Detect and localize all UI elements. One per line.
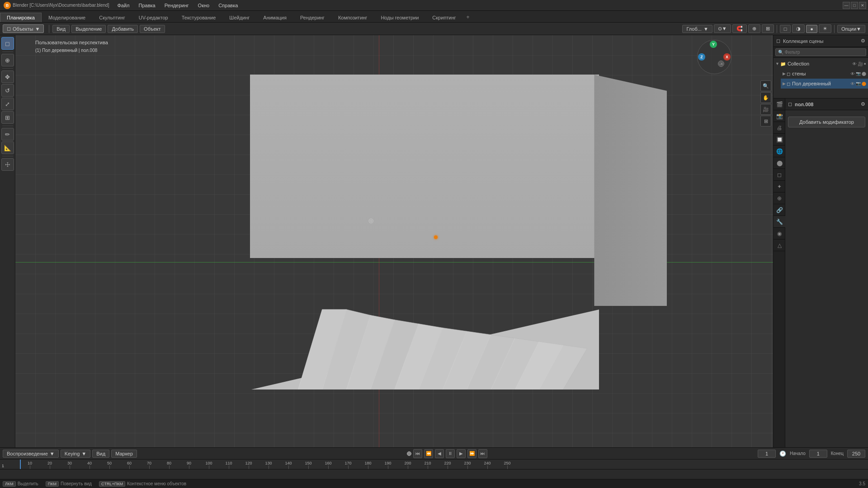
visibility-render-walls[interactable]: ⬤ xyxy=(862,71,866,76)
navigation-gizmo[interactable]: X Y Z -X xyxy=(696,39,732,75)
play-btn[interactable]: ▶ xyxy=(457,449,466,458)
viewport-shading-solid[interactable]: ◑ xyxy=(792,24,805,33)
tab-rendering[interactable]: Рендеринг xyxy=(293,13,331,22)
menu-edit[interactable]: Правка xyxy=(134,0,160,10)
add-modifier-button[interactable]: Добавить модификатор xyxy=(788,117,865,127)
grid-btn[interactable]: ⊞ xyxy=(760,116,771,127)
viewport-shading-render[interactable]: ☀ xyxy=(819,24,831,33)
options-dropdown[interactable]: Опции▼ xyxy=(837,25,865,33)
stop-btn[interactable]: ⏸ xyxy=(446,449,455,458)
gizmo-x-axis[interactable]: X xyxy=(723,53,731,61)
props-tab-object[interactable]: ◻ xyxy=(774,169,785,181)
global-local-toggle[interactable]: Глоб... ▼ xyxy=(682,25,712,33)
add-menu[interactable]: Добавить xyxy=(108,25,138,33)
visibility-camera-walls[interactable]: 📷 xyxy=(856,71,861,76)
rotate-tool[interactable]: ↺ xyxy=(1,84,14,97)
props-tab-materials[interactable]: ◉ xyxy=(774,228,785,239)
marker-menu[interactable]: Маркер xyxy=(111,450,137,458)
playback-menu[interactable]: Воспроизведение ▼ xyxy=(3,450,59,458)
cursor-tool[interactable]: ⊕ xyxy=(1,54,14,66)
menu-help[interactable]: Справка xyxy=(214,0,242,10)
pivot-dropdown[interactable]: ⊙▼ xyxy=(714,24,731,33)
gizmo-neg-x[interactable]: -X xyxy=(718,61,724,67)
object-menu[interactable]: Объект xyxy=(140,25,165,33)
visibility-camera-collection[interactable]: 🎥 xyxy=(858,61,863,66)
proportional-edit[interactable]: ⊕ xyxy=(748,24,760,33)
props-tab-data[interactable]: △ xyxy=(774,239,785,251)
keying-menu[interactable]: Keying ▼ xyxy=(61,450,91,458)
tab-scripting[interactable]: Скриптинг xyxy=(425,13,462,22)
props-tab-physics[interactable]: ⊕ xyxy=(774,192,785,204)
tab-shading[interactable]: Шейдинг xyxy=(222,13,256,22)
tab-compositing[interactable]: Композитинг xyxy=(331,13,374,22)
visibility-eye-collection[interactable]: 👁 xyxy=(852,61,857,66)
scale-tool[interactable]: ⤢ xyxy=(1,98,14,110)
fly-mode-btn[interactable]: ✋ xyxy=(760,92,771,103)
props-tab-render[interactable]: 📸 xyxy=(774,110,785,122)
view-menu[interactable]: Вид xyxy=(52,25,70,33)
viewport-shading-wire[interactable]: □ xyxy=(780,25,791,33)
props-tab-modifiers[interactable]: 🔧 xyxy=(774,216,785,228)
menu-render[interactable]: Рендеринг xyxy=(160,0,193,10)
transform-tool[interactable]: ⊞ xyxy=(1,111,14,124)
menu-file[interactable]: Файл xyxy=(113,0,134,10)
mode-dropdown[interactable]: ◻ Объекты ▼ xyxy=(3,24,44,33)
step-back-btn[interactable]: ⏪ xyxy=(424,449,433,458)
measure-tool[interactable]: 📐 xyxy=(1,141,14,154)
props-tab-scene2[interactable]: 🌐 xyxy=(774,145,785,157)
tree-item-walls[interactable]: ▶ ◻ стены 👁 📷 ⬤ xyxy=(781,69,868,79)
timeline-track[interactable] xyxy=(0,469,868,479)
outliner-options-icon[interactable]: ⚙ xyxy=(861,38,865,44)
maximize-button[interactable]: □ xyxy=(851,2,858,9)
visibility-camera-floor[interactable]: 📷 xyxy=(856,81,861,86)
tab-uv[interactable]: UV-редактор xyxy=(132,13,175,22)
show-gizmo[interactable]: ⊞ xyxy=(762,24,774,33)
menu-window[interactable]: Окно xyxy=(193,0,214,10)
props-tab-particles[interactable]: ✦ xyxy=(774,181,785,192)
visibility-eye-walls[interactable]: 👁 xyxy=(850,71,855,76)
tab-geo-nodes[interactable]: Ноды геометрии xyxy=(374,13,425,22)
zoom-in-btn[interactable]: 🔍 xyxy=(760,80,771,91)
outliner-search-input[interactable] xyxy=(775,48,866,56)
tab-modeling[interactable]: Моделирование xyxy=(42,13,92,22)
gizmo-y-axis[interactable]: Y xyxy=(710,41,717,48)
timeline-playhead[interactable] xyxy=(20,460,21,469)
visibility-render-floor[interactable]: ⬤ xyxy=(862,81,866,86)
tab-sculpting[interactable]: Скульптинг xyxy=(92,13,132,22)
gizmo-z-axis[interactable]: Z xyxy=(698,53,705,61)
move-tool[interactable]: ✥ xyxy=(1,70,14,83)
select-box-tool[interactable]: ◻ xyxy=(1,37,14,50)
view-menu-tl[interactable]: Вид xyxy=(92,450,109,458)
annotate-tool[interactable]: ✏ xyxy=(1,128,14,141)
select-menu[interactable]: Выделение xyxy=(71,25,106,33)
props-tab-view-layer[interactable]: 🔲 xyxy=(774,134,785,145)
viewport-shading-material[interactable]: ● xyxy=(806,25,817,33)
tab-animation[interactable]: Анимация xyxy=(256,13,293,22)
tab-texture[interactable]: Текстурование xyxy=(175,13,223,22)
add-workspace-button[interactable]: + xyxy=(463,12,473,22)
play-reverse-btn[interactable]: ◀ xyxy=(435,449,444,458)
3d-viewport[interactable]: Пользовательская перспектива (1) Пол дер… xyxy=(15,35,773,447)
visibility-render-collection[interactable]: ● xyxy=(864,61,866,66)
camera-btn[interactable]: 🎥 xyxy=(760,104,771,115)
props-tab-scene[interactable]: 🎬 xyxy=(774,99,785,110)
snap-toggle[interactable]: 🧲 xyxy=(732,24,747,33)
add-object-tool[interactable]: ☩ xyxy=(1,158,14,171)
props-tab-output[interactable]: 🖨 xyxy=(774,122,785,134)
tree-item-floor[interactable]: ▶ ◻ Пол деревянный 👁 📷 ⬤ xyxy=(781,79,868,89)
current-frame-input[interactable] xyxy=(758,450,776,458)
jump-to-start-btn[interactable]: ⏮ xyxy=(413,449,422,458)
tab-layout[interactable]: Планировка xyxy=(0,13,42,22)
jump-to-end-btn[interactable]: ⏭ xyxy=(478,449,487,458)
props-options-icon[interactable]: ⚙ xyxy=(861,101,865,107)
props-tab-constraints[interactable]: 🔗 xyxy=(774,204,785,216)
step-forward-btn[interactable]: ⏩ xyxy=(467,449,476,458)
tree-item-collection[interactable]: ▼ 📁 Collection 👁 🎥 ● xyxy=(774,59,868,69)
close-button[interactable]: ✕ xyxy=(859,2,866,9)
minimize-button[interactable]: — xyxy=(843,2,850,9)
record-button[interactable] xyxy=(407,451,411,456)
start-frame-input[interactable] xyxy=(809,450,827,458)
end-frame-input[interactable] xyxy=(847,450,865,458)
props-tab-world[interactable]: ⬤ xyxy=(774,157,785,169)
visibility-eye-floor[interactable]: 👁 xyxy=(850,81,855,86)
